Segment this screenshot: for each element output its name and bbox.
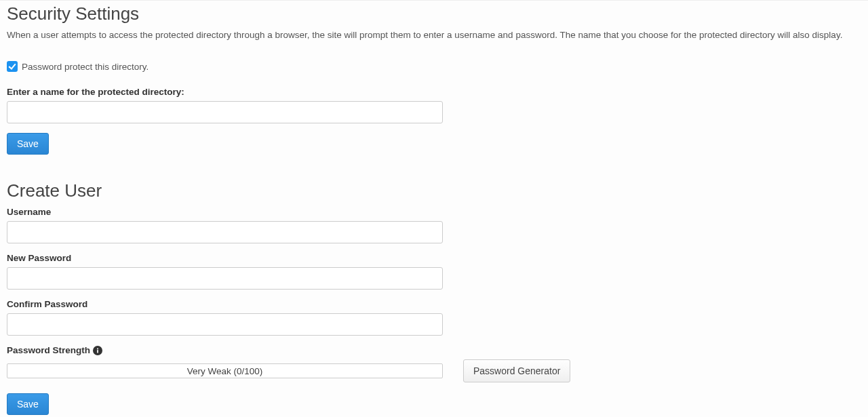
svg-rect-2	[97, 348, 98, 349]
security-settings-description: When a user attempts to access the prote…	[7, 28, 861, 42]
directory-name-input[interactable]	[7, 101, 443, 123]
username-input[interactable]	[7, 221, 443, 243]
password-strength-label: Password Strength	[7, 345, 90, 355]
create-user-save-button[interactable]: Save	[7, 393, 49, 415]
password-protect-checkbox[interactable]	[7, 61, 18, 72]
new-password-input[interactable]	[7, 267, 443, 290]
security-save-button[interactable]: Save	[7, 133, 49, 155]
username-label: Username	[7, 207, 861, 217]
directory-name-label: Enter a name for the protected directory…	[7, 87, 861, 97]
confirm-password-input[interactable]	[7, 313, 443, 336]
security-settings-heading: Security Settings	[7, 3, 861, 24]
info-icon[interactable]	[93, 346, 102, 355]
confirm-password-label: Confirm Password	[7, 299, 861, 309]
create-user-heading: Create User	[7, 180, 861, 201]
password-strength-meter: Very Weak (0/100)	[7, 363, 443, 378]
password-protect-label: Password protect this directory.	[22, 62, 149, 72]
new-password-label: New Password	[7, 253, 861, 263]
svg-rect-1	[97, 350, 98, 353]
password-generator-button[interactable]: Password Generator	[463, 359, 570, 382]
